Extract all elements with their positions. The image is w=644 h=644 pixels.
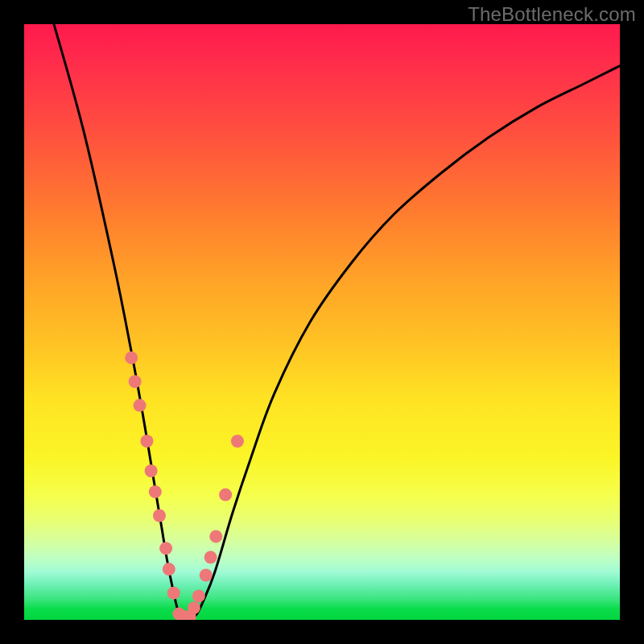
data-point [219,489,232,502]
plot-area [24,24,620,620]
data-point [153,510,166,522]
data-point [159,542,172,555]
data-point [149,485,162,498]
data-point [188,601,200,614]
data-point [163,563,175,576]
watermark-text: TheBottleneck.com [468,3,636,26]
data-point [192,589,205,602]
data-point [129,375,142,388]
curve-layer [54,24,620,620]
dots-layer [125,351,244,620]
data-point [200,569,213,582]
data-point [231,435,244,448]
data-point [167,587,180,600]
data-point [204,551,217,564]
data-point [125,351,138,364]
data-point [140,435,153,448]
data-point [145,464,158,477]
data-point [209,530,222,543]
bottleneck-curve [54,24,620,620]
chart-frame: TheBottleneck.com [0,0,644,644]
chart-svg [24,24,620,620]
data-point [134,399,147,412]
